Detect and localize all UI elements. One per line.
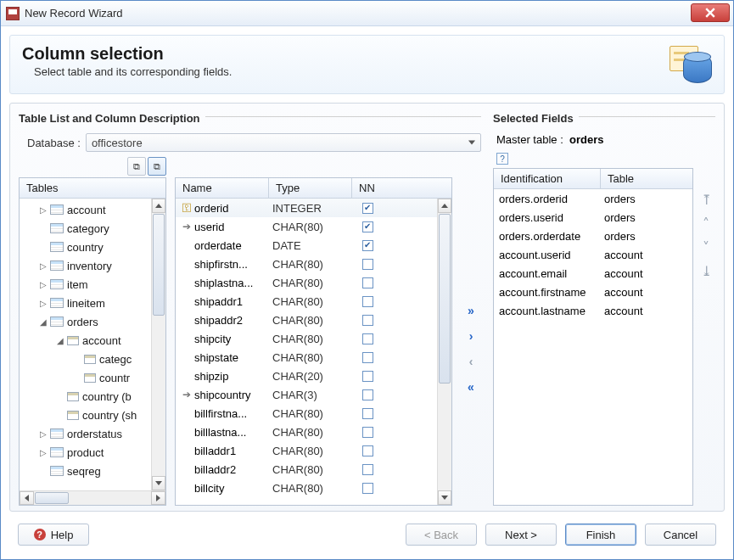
left-panel-title: Table List and Column Description xyxy=(19,112,200,125)
help-button[interactable]: ? Help xyxy=(18,524,89,546)
remove-all-button[interactable]: « xyxy=(463,380,479,394)
content-area: Column selection Select table and its co… xyxy=(1,26,733,559)
column-row[interactable]: ⚿orderidINTEGER xyxy=(176,199,451,217)
database-select[interactable]: officestore xyxy=(86,133,481,152)
selected-field-row[interactable]: account.lastnameaccount xyxy=(494,301,692,320)
column-row[interactable]: billlastna...CHAR(80) xyxy=(176,423,451,441)
column-row[interactable]: billaddr2CHAR(80) xyxy=(176,460,451,479)
nn-checkbox[interactable] xyxy=(362,408,373,419)
nn-checkbox[interactable] xyxy=(362,333,373,344)
move-bottom-button[interactable]: ⤓ xyxy=(699,265,713,277)
tree-expander-icon[interactable]: ▷ xyxy=(38,299,48,308)
nn-checkbox[interactable] xyxy=(362,389,373,400)
nn-checkbox[interactable] xyxy=(362,315,373,326)
nn-checkbox[interactable] xyxy=(362,464,373,475)
nn-checkbox[interactable] xyxy=(362,352,373,363)
tree-item[interactable]: categc xyxy=(20,350,165,368)
finish-button[interactable]: Finish xyxy=(565,524,636,546)
column-row[interactable]: shipstateCHAR(80) xyxy=(176,348,451,367)
tree-item-label: lineitem xyxy=(67,297,105,310)
column-row[interactable]: ➔shipcountryCHAR(3) xyxy=(176,385,451,404)
tree-item[interactable]: country (sh xyxy=(20,406,165,424)
tree-horizontal-scrollbar[interactable] xyxy=(20,490,165,505)
tree-vertical-scrollbar[interactable] xyxy=(151,199,165,490)
tree-expander-icon[interactable]: ▷ xyxy=(38,429,48,439)
reorder-buttons: ⤒ ˄ ˅ ⤓ xyxy=(697,168,715,506)
tree-item-label: orderstatus xyxy=(67,428,122,440)
column-row[interactable]: shipfirstn...CHAR(80) xyxy=(176,255,451,273)
nn-checkbox[interactable] xyxy=(362,259,373,270)
selected-field-row[interactable]: account.useridaccount xyxy=(494,245,692,264)
titlebar: New Record Wizard xyxy=(1,1,733,26)
help-hint-button[interactable]: ? xyxy=(496,153,508,165)
tree-item[interactable]: country (b xyxy=(20,387,165,406)
close-button[interactable] xyxy=(691,3,730,22)
tree-expander-icon[interactable]: ▷ xyxy=(38,448,48,457)
collapse-all-button[interactable]: ⧉ xyxy=(127,157,146,176)
selected-field-row[interactable]: orders.useridorders xyxy=(494,208,692,227)
nn-checkbox[interactable] xyxy=(362,427,373,438)
column-row[interactable]: billcityCHAR(80) xyxy=(176,479,451,497)
tree-item[interactable]: country xyxy=(20,238,165,256)
cancel-button[interactable]: Cancel xyxy=(645,524,716,546)
column-row[interactable]: billfirstna...CHAR(80) xyxy=(176,404,451,423)
table-icon xyxy=(50,447,64,457)
add-all-button[interactable]: » xyxy=(463,304,479,317)
selected-field-row[interactable]: account.emailaccount xyxy=(494,264,692,283)
nn-checkbox[interactable] xyxy=(362,483,373,494)
transfer-buttons: » › ‹ « xyxy=(461,157,481,506)
tree-item[interactable]: ◢account xyxy=(20,331,165,350)
column-row[interactable]: ➔useridCHAR(80) xyxy=(176,217,451,236)
column-nn-cell xyxy=(350,408,384,419)
next-button[interactable]: Next > xyxy=(485,524,557,546)
column-row[interactable]: shiplastna...CHAR(80) xyxy=(176,273,451,292)
table-icon xyxy=(50,242,64,252)
tree-item[interactable]: ◢orders xyxy=(20,312,165,331)
selected-field-row[interactable]: orders.orderidorders xyxy=(494,189,692,208)
tree-item-label: country (sh xyxy=(82,409,137,422)
nn-checkbox[interactable] xyxy=(362,221,373,232)
move-top-button[interactable]: ⤒ xyxy=(699,193,713,205)
columns-vertical-scrollbar[interactable] xyxy=(437,199,451,505)
tree-item[interactable]: ▷orderstatus xyxy=(20,424,165,443)
nn-checkbox[interactable] xyxy=(362,240,373,251)
selected-field-id: account.userid xyxy=(494,249,601,261)
tree-expander-icon[interactable]: ▷ xyxy=(38,280,48,289)
tree-item[interactable]: ▷product xyxy=(20,443,165,462)
nn-checkbox[interactable] xyxy=(362,371,373,382)
tree-expander-icon[interactable]: ◢ xyxy=(55,336,65,345)
tree-expander-icon[interactable]: ◢ xyxy=(38,317,48,327)
tree-item[interactable]: ▷inventory xyxy=(20,256,165,275)
move-down-button[interactable]: ˅ xyxy=(699,241,713,253)
column-row[interactable]: billaddr1CHAR(80) xyxy=(176,441,451,460)
tables-tree: Tables ▷accountcategorycountry▷inventory… xyxy=(19,177,166,506)
move-up-button[interactable]: ˄ xyxy=(699,217,713,229)
tree-expander-icon[interactable]: ▷ xyxy=(38,205,48,215)
tree-item-label: countr xyxy=(99,372,130,384)
add-button[interactable]: › xyxy=(463,329,479,343)
tree-expander-icon[interactable]: ▷ xyxy=(38,261,48,271)
window-title: New Record Wizard xyxy=(25,7,123,20)
column-row[interactable]: orderdateDATE xyxy=(176,236,451,255)
back-button[interactable]: < Back xyxy=(406,524,477,546)
selected-field-row[interactable]: orders.orderdateorders xyxy=(494,227,692,245)
column-row[interactable]: shipaddr2CHAR(80) xyxy=(176,311,451,329)
column-row[interactable]: shipzipCHAR(20) xyxy=(176,367,451,385)
column-row[interactable]: shipaddr1CHAR(80) xyxy=(176,292,451,311)
remove-button[interactable]: ‹ xyxy=(463,355,479,368)
tree-item-label: inventory xyxy=(67,260,112,272)
tree-item[interactable]: ▷account xyxy=(20,200,165,219)
expand-all-button[interactable]: ⧉ xyxy=(148,157,166,176)
nn-checkbox[interactable] xyxy=(362,296,373,307)
tree-item[interactable]: ▷item xyxy=(20,275,165,294)
tree-item[interactable]: seqreg xyxy=(20,462,165,480)
column-row[interactable]: shipcityCHAR(80) xyxy=(176,329,451,348)
nn-checkbox[interactable] xyxy=(362,277,373,288)
selected-field-row[interactable]: account.firstnameaccount xyxy=(494,283,692,301)
table-icon xyxy=(50,204,64,215)
tree-item[interactable]: ▷lineitem xyxy=(20,294,165,312)
nn-checkbox[interactable] xyxy=(362,445,373,456)
tree-item[interactable]: countr xyxy=(20,368,165,387)
nn-checkbox[interactable] xyxy=(362,203,373,214)
tree-item[interactable]: category xyxy=(20,219,165,238)
